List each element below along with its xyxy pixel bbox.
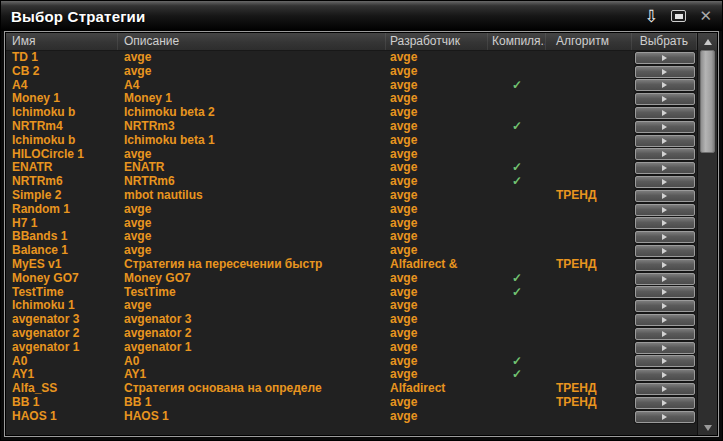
cell-algorithm xyxy=(546,106,632,120)
play-arrow-icon xyxy=(662,276,667,282)
cell-compiled xyxy=(488,189,546,203)
select-strategy-button[interactable] xyxy=(635,217,695,229)
play-arrow-icon xyxy=(662,220,667,226)
table-row[interactable]: Random 1 avge avge xyxy=(6,203,697,217)
scrollbar-track[interactable] xyxy=(698,50,717,421)
play-arrow-icon xyxy=(662,345,667,351)
table-row[interactable]: A4 A4 avge ✓ xyxy=(6,79,697,93)
table-row[interactable]: BBands 1 avge avge xyxy=(6,230,697,244)
select-strategy-button[interactable] xyxy=(635,121,695,133)
table-row[interactable]: NRTRm6 NRTRm6 avge ✓ xyxy=(6,175,697,189)
cell-developer: Alfadirect xyxy=(386,382,488,396)
select-strategy-button[interactable] xyxy=(635,231,695,243)
scroll-down-button[interactable] xyxy=(698,421,717,435)
scrollbar-thumb[interactable] xyxy=(700,50,715,153)
select-strategy-button[interactable] xyxy=(635,204,695,216)
column-header-description[interactable]: Описание xyxy=(118,33,386,50)
select-strategy-button[interactable] xyxy=(635,397,695,409)
table-row[interactable]: Simple 2 mbot nautilus avge ТРЕНД xyxy=(6,189,697,203)
select-strategy-button[interactable] xyxy=(635,52,695,64)
cell-name: AY1 xyxy=(6,368,118,382)
select-strategy-button[interactable] xyxy=(635,300,695,312)
column-header-developer[interactable]: Разработчик xyxy=(386,33,488,50)
select-strategy-button[interactable] xyxy=(635,273,695,285)
select-strategy-button[interactable] xyxy=(635,355,695,367)
cell-compiled: ✓ xyxy=(488,175,546,189)
select-strategy-button[interactable] xyxy=(635,328,695,340)
cell-algorithm xyxy=(546,92,632,106)
play-arrow-icon xyxy=(662,358,667,364)
table-row[interactable]: CB 2 avge avge xyxy=(6,65,697,79)
cell-algorithm: ТРЕНД xyxy=(546,258,632,272)
table-row[interactable]: Ichimoku b Ichimoku beta 2 avge xyxy=(6,106,697,120)
column-header-compiled[interactable]: Компиля... xyxy=(488,33,546,50)
cell-developer: avge xyxy=(386,51,488,65)
select-strategy-button[interactable] xyxy=(635,286,695,298)
table-row[interactable]: AY1 AY1 avge ✓ xyxy=(6,368,697,382)
select-strategy-button[interactable] xyxy=(635,342,695,354)
maximize-button[interactable] xyxy=(671,10,686,22)
select-strategy-button[interactable] xyxy=(635,135,695,147)
table-row[interactable]: avgenator 2 avgenator 2 avge xyxy=(6,327,697,341)
select-strategy-button[interactable] xyxy=(635,314,695,326)
cell-algorithm xyxy=(546,203,632,217)
cell-name: H7 1 xyxy=(6,217,118,231)
table-row[interactable]: Money 1 Money 1 avge xyxy=(6,92,697,106)
table-row[interactable]: avgenator 1 avgenator 1 avge xyxy=(6,341,697,355)
cell-select xyxy=(632,258,697,272)
cell-select xyxy=(632,175,697,189)
table-row[interactable]: BB 1 BB 1 avge ТРЕНД xyxy=(6,396,697,410)
table-row[interactable]: NRTRm4 NRTRm3 avge ✓ xyxy=(6,120,697,134)
cell-compiled: ✓ xyxy=(488,272,546,286)
compiled-check-icon: ✓ xyxy=(512,355,522,368)
select-strategy-button[interactable] xyxy=(635,383,695,395)
table-row[interactable]: ENATR ENATR avge ✓ xyxy=(6,161,697,175)
column-header-select[interactable]: Выбрать xyxy=(632,33,697,50)
cell-developer: avge xyxy=(386,189,488,203)
select-strategy-button[interactable] xyxy=(635,66,695,78)
play-arrow-icon xyxy=(662,138,667,144)
table-row[interactable]: HAOS 1 HAOS 1 avge xyxy=(6,410,697,424)
table-row[interactable]: Balance 1 avge avge xyxy=(6,244,697,258)
select-strategy-button[interactable] xyxy=(635,93,695,105)
cell-name: A0 xyxy=(6,355,118,369)
cell-compiled xyxy=(488,134,546,148)
cell-description: avge xyxy=(118,217,386,231)
select-strategy-button[interactable] xyxy=(635,79,695,91)
table-row[interactable]: Alfa_SS Стратегия основана на определе A… xyxy=(6,382,697,396)
table-row[interactable]: Ichimoku b Ichimoku beta 1 avge xyxy=(6,134,697,148)
table-row[interactable]: A0 A0 avge ✓ xyxy=(6,355,697,369)
select-strategy-button[interactable] xyxy=(635,107,695,119)
scroll-up-button[interactable] xyxy=(698,33,717,50)
select-strategy-button[interactable] xyxy=(635,411,695,423)
titlebar[interactable]: Выбор Стратегии ⇩ ✕ xyxy=(1,1,722,31)
select-strategy-button[interactable] xyxy=(635,190,695,202)
table-row[interactable]: avgenator 3 avgenator 3 avge xyxy=(6,313,697,327)
table-row[interactable]: TestTime TestTime avge ✓ xyxy=(6,286,697,300)
cell-description: avge xyxy=(118,51,386,65)
select-strategy-button[interactable] xyxy=(635,259,695,271)
window-title: Выбор Стратегии xyxy=(11,8,145,25)
table-row[interactable]: TD 1 avge avge xyxy=(6,51,697,65)
cell-name: BB 1 xyxy=(6,396,118,410)
select-strategy-button[interactable] xyxy=(635,162,695,174)
column-header-name[interactable]: Имя xyxy=(6,33,118,50)
table-row[interactable]: Money GO7 Money GO7 avge ✓ xyxy=(6,272,697,286)
cell-name: BBands 1 xyxy=(6,230,118,244)
table-row[interactable]: MyES v1 Стратегия на пересечении быстр A… xyxy=(6,258,697,272)
close-button[interactable]: ✕ xyxy=(699,9,712,24)
column-header-algorithm[interactable]: Алгоритм xyxy=(546,33,632,50)
select-strategy-button[interactable] xyxy=(635,176,695,188)
select-strategy-button[interactable] xyxy=(635,148,695,160)
cell-description: NRTRm3 xyxy=(118,120,386,134)
table-row[interactable]: H7 1 avge avge xyxy=(6,217,697,231)
select-strategy-button[interactable] xyxy=(635,245,695,257)
cell-select xyxy=(632,286,697,300)
table-row[interactable]: Ichimoku 1 avge avge xyxy=(6,299,697,313)
table-row[interactable]: HILOCircle 1 avge avge xyxy=(6,148,697,162)
cell-name: ENATR xyxy=(6,161,118,175)
play-arrow-icon xyxy=(662,400,667,406)
select-strategy-button[interactable] xyxy=(635,369,695,381)
dock-window-button[interactable]: ⇩ xyxy=(644,8,658,25)
cell-name: NRTRm4 xyxy=(6,120,118,134)
